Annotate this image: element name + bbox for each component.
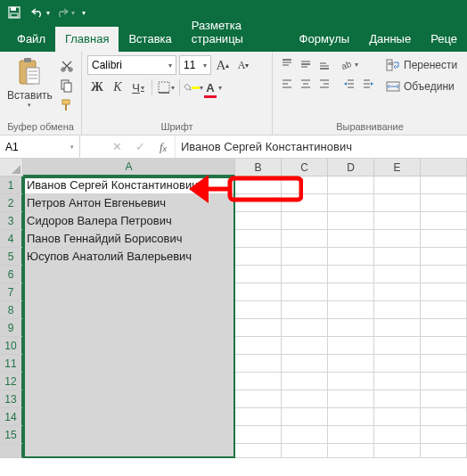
align-right-button[interactable] [315, 75, 333, 93]
tab-data[interactable]: Данные [359, 27, 421, 52]
column-header[interactable] [421, 159, 467, 176]
cell[interactable] [235, 283, 282, 301]
row-header[interactable]: 7 [0, 283, 23, 301]
name-box[interactable]: A1▾ [0, 135, 80, 158]
enter-formula-button[interactable]: ✓ [128, 135, 152, 158]
increase-indent-button[interactable] [359, 75, 377, 93]
cell[interactable] [23, 408, 235, 426]
row-header[interactable]: 13 [0, 390, 23, 408]
cell[interactable] [421, 266, 467, 283]
column-header[interactable]: B [235, 159, 282, 176]
row-header[interactable]: 4 [0, 230, 23, 248]
cell[interactable] [421, 319, 467, 337]
row-header[interactable]: 10 [0, 337, 23, 355]
cell[interactable]: Петров Антон Евгеньевич [23, 194, 235, 212]
cell[interactable] [374, 426, 421, 444]
cell[interactable] [421, 444, 467, 458]
row-header[interactable]: 9 [0, 319, 23, 337]
borders-button[interactable]: ▾ [156, 78, 176, 97]
cell[interactable] [374, 373, 421, 390]
format-painter-button[interactable] [58, 96, 76, 114]
cell[interactable]: Сидоров Валера Петрович [23, 212, 235, 230]
tab-file[interactable]: Файл [7, 27, 55, 52]
cell[interactable] [328, 373, 374, 390]
cell[interactable] [328, 337, 374, 355]
row-header[interactable]: 1 [0, 176, 23, 194]
cell[interactable] [235, 355, 282, 373]
cell[interactable] [328, 301, 374, 319]
cell[interactable] [374, 390, 421, 408]
cell[interactable] [23, 301, 235, 319]
cell[interactable] [421, 194, 467, 212]
cell[interactable] [235, 426, 282, 444]
cell[interactable]: Юсупов Анатолий Валерьевич [23, 248, 235, 266]
cell[interactable] [421, 212, 467, 230]
undo-button[interactable] [27, 2, 48, 23]
cell[interactable] [328, 408, 374, 426]
tab-review[interactable]: Реце [421, 27, 467, 52]
cell[interactable] [374, 212, 421, 230]
cell[interactable] [282, 194, 328, 212]
cell[interactable] [282, 390, 328, 408]
cell[interactable] [235, 212, 282, 230]
cell[interactable] [23, 426, 235, 444]
tab-insert[interactable]: Вставка [119, 27, 181, 52]
font-color-button[interactable]: A▾ [204, 78, 224, 97]
cell[interactable] [23, 337, 235, 355]
cell[interactable] [328, 283, 374, 301]
cell[interactable] [328, 444, 374, 458]
cell[interactable] [374, 194, 421, 212]
cell[interactable] [328, 230, 374, 248]
orientation-button[interactable]: ab▾ [340, 55, 358, 73]
cell[interactable] [235, 248, 282, 266]
cell[interactable] [374, 176, 421, 194]
font-name-combo[interactable]: Calibri▾ [87, 55, 176, 75]
tab-pagelayout[interactable]: Разметка страницы [182, 13, 290, 52]
cell[interactable] [235, 319, 282, 337]
cell[interactable] [421, 301, 467, 319]
align-top-button[interactable] [278, 55, 296, 73]
cell[interactable] [282, 212, 328, 230]
cell[interactable] [421, 248, 467, 266]
cell[interactable] [421, 230, 467, 248]
insert-function-button[interactable]: fx [152, 135, 175, 158]
cell[interactable] [374, 337, 421, 355]
cell[interactable] [23, 355, 235, 373]
cell[interactable] [328, 355, 374, 373]
cell[interactable] [328, 426, 374, 444]
cell[interactable] [282, 319, 328, 337]
column-header[interactable]: C [282, 159, 328, 176]
cell[interactable] [374, 408, 421, 426]
cell[interactable] [328, 212, 374, 230]
cell[interactable] [374, 230, 421, 248]
cell[interactable] [421, 408, 467, 426]
formula-bar[interactable]: Иванов Сергей Константинович [175, 135, 467, 158]
cell[interactable] [235, 266, 282, 283]
cell[interactable] [235, 373, 282, 390]
cell[interactable] [282, 248, 328, 266]
align-center-button[interactable] [297, 75, 315, 93]
cell[interactable] [421, 426, 467, 444]
merge-cells-button[interactable]: Объедини [386, 77, 457, 96]
cell[interactable] [282, 283, 328, 301]
cell[interactable] [235, 301, 282, 319]
select-all-button[interactable] [0, 159, 23, 176]
cell[interactable] [421, 176, 467, 194]
cell[interactable] [374, 444, 421, 458]
cell[interactable] [235, 444, 282, 458]
cell[interactable] [421, 373, 467, 390]
wrap-text-button[interactable]: abПеренести [386, 55, 457, 75]
cancel-formula-button[interactable]: ✕ [105, 135, 128, 158]
italic-button[interactable]: К [108, 78, 127, 97]
row-header[interactable] [0, 444, 23, 458]
cell[interactable] [282, 444, 328, 458]
column-header[interactable]: D [328, 159, 374, 176]
cell[interactable] [421, 390, 467, 408]
cell[interactable] [282, 176, 328, 194]
cell[interactable] [23, 444, 235, 458]
cell[interactable] [282, 355, 328, 373]
cell[interactable] [421, 337, 467, 355]
cell[interactable] [282, 337, 328, 355]
cell[interactable] [282, 230, 328, 248]
decrease-font-button[interactable]: A▾ [234, 55, 252, 75]
